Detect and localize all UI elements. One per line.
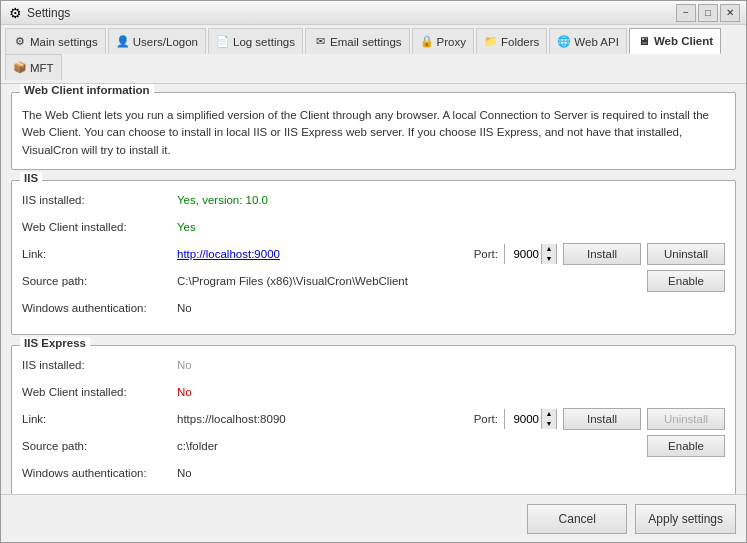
iis-port-input[interactable] <box>505 244 541 264</box>
iis-express-link-row: Link: https://localhost:8090 Port: ▲ ▼ I… <box>22 408 725 430</box>
log-settings-icon: 📄 <box>216 35 230 49</box>
tab-mft[interactable]: 📦 MFT <box>5 54 62 80</box>
users-logon-icon: 👤 <box>116 35 130 49</box>
iis-express-port-spinner[interactable]: ▲ ▼ <box>504 409 557 429</box>
iis-express-port-input[interactable] <box>505 409 541 429</box>
iis-group: IIS IIS installed: Yes, version: 10.0 We… <box>11 180 736 335</box>
iis-express-link-label: Link: <box>22 413 177 425</box>
web-client-icon: 🖥 <box>637 34 651 48</box>
iis-express-port-down[interactable]: ▼ <box>542 419 556 429</box>
iis-express-source-path-value: c:\folder <box>177 440 218 452</box>
iis-installed-row: IIS installed: Yes, version: 10.0 <box>22 189 725 211</box>
iis-express-port-label: Port: <box>474 413 498 425</box>
iis-source-path-row: Source path: C:\Program Files (x86)\Visu… <box>22 270 725 292</box>
mft-icon: 📦 <box>13 61 27 75</box>
cancel-button[interactable]: Cancel <box>527 504 627 534</box>
iis-install-button[interactable]: Install <box>563 243 641 265</box>
bottom-bar: Cancel Apply settings <box>1 494 746 542</box>
iis-express-webclient-installed-row: Web Client installed: No <box>22 381 725 403</box>
tab-web-client[interactable]: 🖥 Web Client <box>629 28 721 54</box>
iis-installed-value: Yes, version: 10.0 <box>177 194 268 206</box>
settings-window: ⚙ Settings − □ ✕ ⚙ Main settings 👤 Users… <box>0 0 747 543</box>
iis-webclient-installed-value: Yes <box>177 221 196 233</box>
tab-users-logon[interactable]: 👤 Users/Logon <box>108 28 206 54</box>
iis-express-installed-row: IIS installed: No <box>22 354 725 376</box>
iis-express-webclient-installed-label: Web Client installed: <box>22 386 177 398</box>
iis-uninstall-button[interactable]: Uninstall <box>647 243 725 265</box>
tab-email-settings[interactable]: ✉ Email settings <box>305 28 410 54</box>
iis-port-label: Port: <box>474 248 498 260</box>
iis-express-windows-auth-value: No <box>177 467 192 479</box>
iis-windows-auth-row: Windows authentication: No <box>22 297 725 319</box>
window-controls: − □ ✕ <box>676 4 740 22</box>
iis-express-uninstall-button[interactable]: Uninstall <box>647 408 725 430</box>
iis-express-source-path-label: Source path: <box>22 440 177 452</box>
web-api-icon: 🌐 <box>557 35 571 49</box>
iis-installed-label: IIS installed: <box>22 194 177 206</box>
folders-icon: 📁 <box>484 35 498 49</box>
iis-express-webclient-installed-value: No <box>177 386 192 398</box>
email-settings-icon: ✉ <box>313 35 327 49</box>
iis-express-source-path-row: Source path: c:\folder Enable <box>22 435 725 457</box>
iis-port-arrows: ▲ ▼ <box>541 244 556 264</box>
tab-web-api[interactable]: 🌐 Web API <box>549 28 627 54</box>
iis-express-installed-value: No <box>177 359 192 371</box>
window-icon: ⚙ <box>7 5 23 21</box>
iis-enable-button[interactable]: Enable <box>647 270 725 292</box>
iis-webclient-installed-label: Web Client installed: <box>22 221 177 233</box>
iis-express-windows-auth-row: Windows authentication: No <box>22 462 725 484</box>
iis-express-link-value: https://localhost:8090 <box>177 413 286 425</box>
iis-link-label: Link: <box>22 248 177 260</box>
iis-port-spinner[interactable]: ▲ ▼ <box>504 244 557 264</box>
web-client-info-title: Web Client information <box>20 84 154 96</box>
iis-link-row: Link: http://localhost:9000 Port: ▲ ▼ In… <box>22 243 725 265</box>
tab-folders[interactable]: 📁 Folders <box>476 28 547 54</box>
content-area: Web Client information The Web Client le… <box>1 84 746 494</box>
iis-source-path-value: C:\Program Files (x86)\VisualCron\WebCli… <box>177 275 408 287</box>
iis-link-value[interactable]: http://localhost:9000 <box>177 248 280 260</box>
window-title: Settings <box>27 6 676 20</box>
tab-bar: ⚙ Main settings 👤 Users/Logon 📄 Log sett… <box>1 25 746 84</box>
close-button[interactable]: ✕ <box>720 4 740 22</box>
title-bar: ⚙ Settings − □ ✕ <box>1 1 746 25</box>
iis-express-group-title: IIS Express <box>20 337 90 349</box>
web-client-info-text: The Web Client lets you run a simplified… <box>22 101 725 159</box>
iis-port-down[interactable]: ▼ <box>542 254 556 264</box>
tab-proxy[interactable]: 🔒 Proxy <box>412 28 474 54</box>
iis-port-up[interactable]: ▲ <box>542 244 556 254</box>
iis-group-title: IIS <box>20 172 42 184</box>
tab-main-settings[interactable]: ⚙ Main settings <box>5 28 106 54</box>
iis-express-port-up[interactable]: ▲ <box>542 409 556 419</box>
maximize-button[interactable]: □ <box>698 4 718 22</box>
iis-express-windows-auth-label: Windows authentication: <box>22 467 177 479</box>
iis-express-enable-button[interactable]: Enable <box>647 435 725 457</box>
web-client-info-group: Web Client information The Web Client le… <box>11 92 736 170</box>
iis-windows-auth-label: Windows authentication: <box>22 302 177 314</box>
proxy-icon: 🔒 <box>420 35 434 49</box>
iis-windows-auth-value: No <box>177 302 192 314</box>
minimize-button[interactable]: − <box>676 4 696 22</box>
iis-source-path-label: Source path: <box>22 275 177 287</box>
iis-express-port-arrows: ▲ ▼ <box>541 409 556 429</box>
iis-express-install-button[interactable]: Install <box>563 408 641 430</box>
apply-settings-button[interactable]: Apply settings <box>635 504 736 534</box>
tab-log-settings[interactable]: 📄 Log settings <box>208 28 303 54</box>
iis-webclient-installed-row: Web Client installed: Yes <box>22 216 725 238</box>
iis-express-group: IIS Express IIS installed: No Web Client… <box>11 345 736 494</box>
iis-express-installed-label: IIS installed: <box>22 359 177 371</box>
main-settings-icon: ⚙ <box>13 35 27 49</box>
